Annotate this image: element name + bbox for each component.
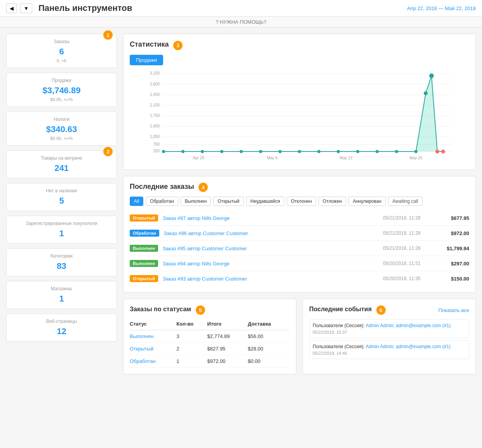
order-link-93[interactable]: Заказ #93 автор Customer Customer [163,276,378,282]
status-col-статус: Статус [130,318,176,330]
stat-value-sales: $3,746.89 [13,85,110,96]
svg-point-23 [162,150,165,153]
status-row-открытый: Открытый2$827.95$28.00 [130,343,290,355]
svg-point-32 [337,150,340,153]
status-row-status[interactable]: Выполнен [130,330,176,343]
stat-value-customers: 1 [13,228,110,239]
filter-tab-неудавшийся[interactable]: Неудавшийся [246,197,284,206]
status-row-count: 2 [176,343,207,355]
order-status-badge-97: Открытый [130,214,158,221]
stat-value-categories: 83 [13,261,110,271]
statistics-title: Статистика 2 [130,40,469,50]
status-table: СтатусКол-воИтогоДоставка Выполнен3$2,77… [130,318,290,368]
status-col-доставка: Доставка [248,318,290,330]
svg-point-29 [278,150,282,153]
order-status-badge-95: Выполнен [130,245,158,252]
status-row-total: $972.00 [207,355,248,368]
stat-card-customers: Зарегистрированные покупатели1 [6,216,117,244]
recent-events-card: Последние события 6 Показать все Пользов… [303,299,476,374]
status-row-status[interactable]: Открытый [130,343,176,355]
svg-text:350: 350 [153,149,160,153]
svg-point-28 [259,150,262,153]
filter-tabs: AllОбработанВыполненОткрытыйНеудавшийсяО… [130,197,469,206]
filter-tab-обработан[interactable]: Обработан [146,197,178,206]
stat-card-stores: Магазины1 [6,281,117,309]
order-date-95: 05/21/2018, 11:28 [383,246,433,251]
events-scroll: Пользователи (Сессия): Admin Admin; admi… [309,319,469,361]
order-link-97[interactable]: Заказ #97 автор Nills George [163,215,378,221]
svg-point-39 [435,150,439,153]
status-row-status[interactable]: Обработан [130,355,176,368]
status-col-итого: Итого [207,318,248,330]
svg-point-37 [424,91,428,95]
filter-tab-отложен[interactable]: Отложен [318,197,346,206]
stat-label-pages: Веб-страницы [13,319,110,324]
event-item-1: Пользователи (Сессия): Admin Admin; admi… [309,340,469,359]
order-link-94[interactable]: Заказ #94 автор Nills George [163,261,378,267]
order-date-93: 05/20/2018, 11:35 [383,276,433,281]
svg-point-38 [429,73,434,78]
filter-tab-открытый[interactable]: Открытый [213,197,244,206]
left-sidebar: 1Заказы60, +6Продажи$3,746.89$0.00, +∞%Н… [6,34,117,374]
help-button[interactable]: ? НУЖНА ПОМОЩЬ? [216,19,266,25]
svg-text:2,800: 2,800 [150,82,160,86]
stat-value-out_of_stock: 5 [13,196,110,206]
svg-point-34 [376,150,379,153]
stat-value-orders: 6 [13,47,110,57]
filter-tab-отклонен[interactable]: Отклонен [287,197,316,206]
stat-card-products: 3Товары на витрине241 [6,150,117,178]
sales-button[interactable]: Продажи [130,55,163,65]
status-row-обработан: Обработан1$972.00$0.00 [130,355,290,368]
order-row-94: ВыполненЗаказ #94 автор Nills George05/2… [130,256,469,271]
stat-label-products: Товары на витрине [13,155,110,161]
events-title-group: Последние события 6 [309,305,386,315]
svg-text:2,450: 2,450 [150,92,160,97]
svg-point-35 [395,150,398,153]
svg-text:May 6: May 6 [267,156,278,160]
status-row-delivery: $56.00 [248,330,290,343]
filter-tab-awaiting-call[interactable]: Awaiting call [388,197,422,206]
order-link-95[interactable]: Заказ #95 автор Customer Customer [163,246,378,251]
svg-point-31 [317,150,320,153]
stat-label-orders: Заказы [13,39,110,44]
stat-label-customers: Зарегистрированные покупатели [13,221,110,226]
recent-orders-badge: 4 [198,183,208,192]
svg-text:May 20: May 20 [410,156,423,160]
main-content: 1Заказы60, +6Продажи$3,746.89$0.00, +∞%Н… [0,28,482,380]
recent-orders-card: Последние заказы 4 AllОбработанВыполненО… [123,176,476,293]
filter-tab-выполнен[interactable]: Выполнен [181,197,211,206]
order-amount-94: $297.00 [438,261,469,267]
chart-svg: 3,150 2,800 2,450 2,100 1,750 1,400 1,05… [130,70,469,163]
order-row-95: ВыполненЗаказ #95 автор Customer Custome… [130,241,469,256]
status-col-кол-во: Кол-во [176,318,207,330]
svg-text:1,050: 1,050 [150,134,160,139]
svg-text:1,750: 1,750 [150,113,160,118]
back-button[interactable]: ◀ [6,3,17,13]
stat-label-sales: Продажи [13,78,110,83]
orders-list: ОткрытыйЗаказ #97 автор Nills George05/2… [130,211,469,286]
event-item-0: Пользователи (Сессия): Admin Admin; admi… [309,319,469,338]
date-range: Апр 22, 2018 — Май 22, 2018 [407,5,476,11]
event-prefix: Пользователи (Сессия): [313,323,366,328]
svg-text:Apr 29: Apr 29 [193,156,204,160]
order-row-93: ОткрытыйЗаказ #93 автор Customer Custome… [130,271,469,286]
status-row-count: 1 [176,355,207,368]
order-amount-93: $150.00 [438,276,469,282]
filter-tab-аннулирован[interactable]: Аннулирован [348,197,386,206]
right-content: Статистика 2 Продажи 3,150 2,800 2,450 2… [123,34,476,374]
chart-area: 3,150 2,800 2,450 2,100 1,750 1,400 1,05… [130,70,469,163]
help-bar: ? НУЖНА ПОМОЩЬ? [0,17,482,28]
statistics-card: Статистика 2 Продажи 3,150 2,800 2,450 2… [123,34,476,170]
statistics-badge: 2 [173,41,183,50]
svg-text:2,100: 2,100 [150,103,160,107]
show-all-link[interactable]: Показать все [438,307,469,313]
svg-text:May 13: May 13 [340,156,353,160]
event-user-link[interactable]: Admin Admin; admin@example.com (#1) [366,344,451,349]
filter-tab-all[interactable]: All [130,197,143,206]
stat-card-out_of_stock: Нет в наличии5 [6,183,117,211]
order-link-96[interactable]: Заказ #96 автор Customer Customer [164,230,378,236]
nav-drop-button[interactable]: ▼ [20,3,32,13]
orders-by-status-badge: 5 [196,305,205,315]
event-user-link[interactable]: Admin Admin; admin@example.com (#1) [366,323,451,328]
order-amount-97: $677.95 [438,215,469,221]
